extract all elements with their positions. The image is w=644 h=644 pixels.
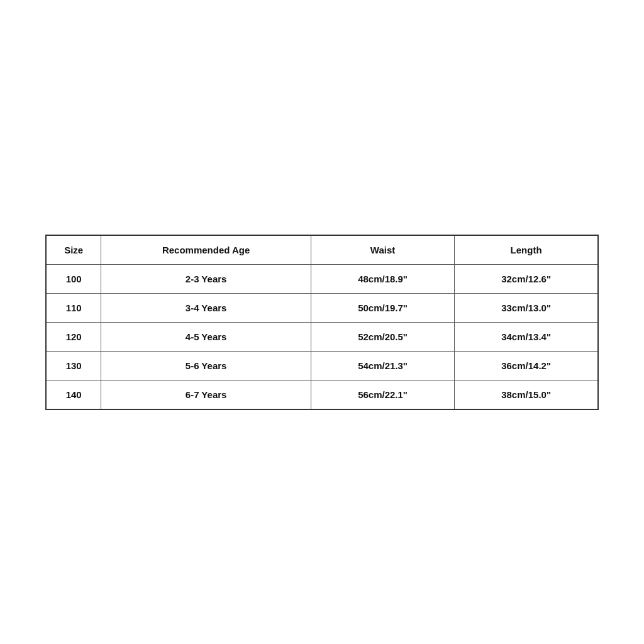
cell-size: 140 [46, 380, 101, 409]
cell-age: 4-5 Years [101, 322, 311, 351]
cell-age: 5-6 Years [101, 351, 311, 380]
cell-size: 130 [46, 351, 101, 380]
cell-waist: 48cm/18.9" [311, 264, 454, 293]
cell-length: 38cm/15.0" [455, 380, 598, 409]
size-chart-wrapper: Size Recommended Age Waist Length 1002-3… [45, 235, 599, 410]
cell-length: 34cm/13.4" [455, 322, 598, 351]
table-row: 1002-3 Years48cm/18.9"32cm/12.6" [46, 264, 598, 293]
cell-size: 120 [46, 322, 101, 351]
header-age: Recommended Age [101, 235, 311, 265]
cell-length: 36cm/14.2" [455, 351, 598, 380]
table-row: 1204-5 Years52cm/20.5"34cm/13.4" [46, 322, 598, 351]
cell-waist: 56cm/22.1" [311, 380, 454, 409]
cell-waist: 52cm/20.5" [311, 322, 454, 351]
cell-length: 32cm/12.6" [455, 264, 598, 293]
cell-waist: 54cm/21.3" [311, 351, 454, 380]
cell-size: 110 [46, 293, 101, 322]
cell-age: 2-3 Years [101, 264, 311, 293]
header-length: Length [455, 235, 598, 265]
table-header-row: Size Recommended Age Waist Length [46, 235, 598, 265]
table-row: 1406-7 Years56cm/22.1"38cm/15.0" [46, 380, 598, 409]
size-chart-table: Size Recommended Age Waist Length 1002-3… [45, 235, 599, 410]
cell-waist: 50cm/19.7" [311, 293, 454, 322]
cell-age: 3-4 Years [101, 293, 311, 322]
header-waist: Waist [311, 235, 454, 265]
table-row: 1103-4 Years50cm/19.7"33cm/13.0" [46, 293, 598, 322]
table-row: 1305-6 Years54cm/21.3"36cm/14.2" [46, 351, 598, 380]
cell-length: 33cm/13.0" [455, 293, 598, 322]
header-size: Size [46, 235, 101, 265]
cell-age: 6-7 Years [101, 380, 311, 409]
cell-size: 100 [46, 264, 101, 293]
